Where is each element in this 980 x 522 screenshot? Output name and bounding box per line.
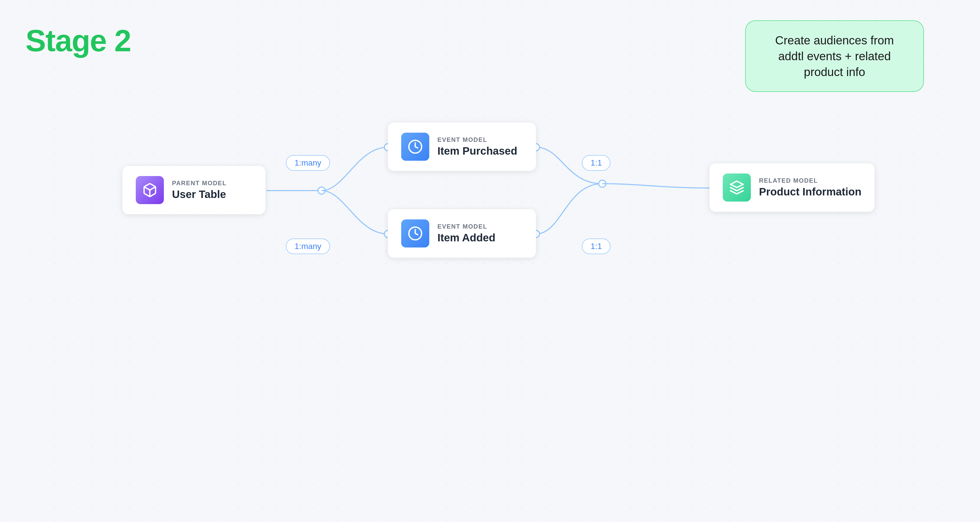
event-bottom-name: Item Added bbox=[438, 232, 495, 244]
event-top-type: EVENT MODEL bbox=[438, 136, 517, 143]
parent-icon bbox=[136, 176, 164, 204]
parent-label: PARENT MODEL User Table bbox=[172, 179, 227, 200]
event-bottom-label: EVENT MODEL Item Added bbox=[438, 223, 495, 244]
rel-label-11-top: 1:1 bbox=[582, 155, 611, 171]
parent-type: PARENT MODEL bbox=[172, 179, 227, 187]
stage-title: Stage 2 bbox=[25, 23, 131, 58]
event-top-icon bbox=[401, 133, 429, 161]
event-bottom-type: EVENT MODEL bbox=[438, 223, 495, 230]
callout-text: Create audiences from addtl events + rel… bbox=[762, 32, 907, 80]
svg-point-5 bbox=[599, 180, 606, 187]
svg-marker-9 bbox=[730, 181, 743, 187]
event-node-bottom: EVENT MODEL Item Added bbox=[388, 209, 536, 258]
parent-name: User Table bbox=[172, 188, 227, 200]
rel-label-1many-top: 1:many bbox=[286, 155, 330, 171]
parent-node: PARENT MODEL User Table bbox=[123, 166, 266, 214]
page-content: Stage 2 Create audiences from addtl even… bbox=[0, 0, 980, 522]
diagram: 1:many 1:many 1:1 1:1 PARENT MODEL User … bbox=[0, 97, 980, 403]
related-name: Product Information bbox=[759, 186, 861, 198]
related-type: RELATED MODEL bbox=[759, 177, 861, 184]
event-bottom-icon bbox=[401, 219, 429, 248]
related-node: RELATED MODEL Product Information bbox=[710, 163, 875, 212]
event-node-top: EVENT MODEL Item Purchased bbox=[388, 122, 536, 171]
callout-box: Create audiences from addtl events + rel… bbox=[745, 21, 924, 92]
related-icon bbox=[723, 173, 751, 202]
rel-label-11-bottom: 1:1 bbox=[582, 238, 611, 254]
svg-point-0 bbox=[318, 187, 325, 194]
related-label: RELATED MODEL Product Information bbox=[759, 177, 861, 198]
event-top-label: EVENT MODEL Item Purchased bbox=[438, 136, 517, 157]
rel-label-1many-bottom: 1:many bbox=[286, 238, 330, 254]
event-top-name: Item Purchased bbox=[438, 145, 517, 157]
